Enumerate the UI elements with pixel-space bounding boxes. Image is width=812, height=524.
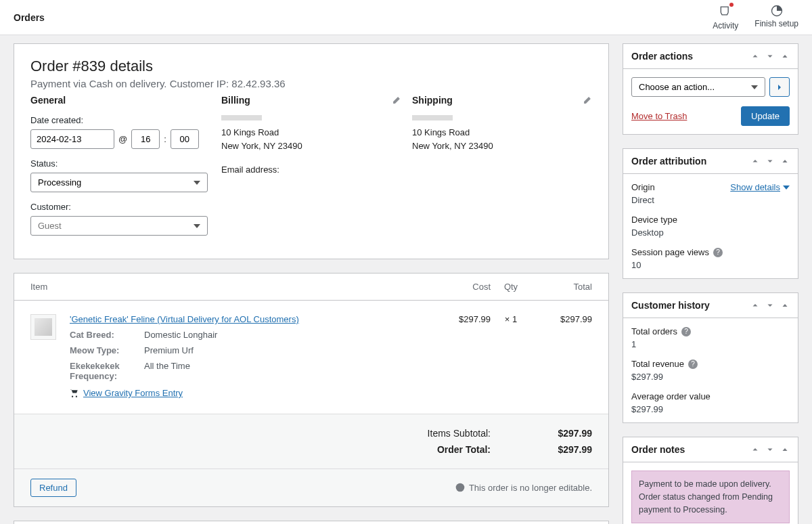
chevron-down-icon[interactable] <box>765 51 775 61</box>
col-cost-header: Cost <box>430 282 491 292</box>
progress-circle-icon <box>770 4 784 18</box>
items-panel: Item Cost Qty Total 'Genetic Freak' Feli… <box>14 273 609 507</box>
total-orders-value: 1 <box>631 339 790 349</box>
col-item-header: Item <box>30 282 430 292</box>
total-orders-label: Total orders <box>631 326 677 336</box>
order-details-panel: Order #839 details Payment via Cash on d… <box>14 43 609 259</box>
line-cost: $297.99 <box>430 314 491 400</box>
order-notes-title: Order notes <box>631 444 685 455</box>
customer-label: Customer: <box>30 202 210 212</box>
shipping-addr-line1: 10 Kings Road <box>412 126 592 139</box>
redacted-name <box>221 115 262 121</box>
shipping-heading: Shipping <box>412 95 453 106</box>
meta-label: Ekekekekek Frequency: <box>70 361 131 381</box>
downloadable-permissions-panel: Downloadable product permissions <box>14 521 609 525</box>
chevron-up-icon[interactable] <box>750 51 760 61</box>
move-to-trash-link[interactable]: Move to Trash <box>631 111 687 121</box>
status-select[interactable]: Processing <box>30 173 208 192</box>
help-icon[interactable]: ? <box>681 327 691 336</box>
chevron-up-icon[interactable] <box>750 156 760 166</box>
page-title: Orders <box>14 12 45 23</box>
meta-value: All the Time <box>144 361 190 381</box>
topbar: Orders Activity Finish setup <box>0 0 812 35</box>
finish-setup-button[interactable]: Finish setup <box>754 4 798 30</box>
general-heading: General <box>30 95 210 106</box>
update-button[interactable]: Update <box>741 106 790 126</box>
total-revenue-value: $297.99 <box>631 372 790 382</box>
aov-label: Average order value <box>631 391 790 401</box>
meta-value: Domestic Longhair <box>144 330 217 340</box>
order-title: Order #839 details <box>30 58 592 75</box>
cart-icon <box>70 389 79 398</box>
meta-label: Cat Breed: <box>70 330 131 340</box>
caret-up-icon[interactable] <box>780 301 790 310</box>
line-item: 'Genetic Freak' Feline (Virtual Delivery… <box>14 301 608 414</box>
chevron-down-icon[interactable] <box>765 156 775 166</box>
chevron-up-icon[interactable] <box>750 445 760 454</box>
col-qty-header: Qty <box>491 282 531 292</box>
totals-section: Items Subtotal: $297.99 Order Total: $29… <box>14 414 608 468</box>
topbar-actions: Activity Finish setup <box>713 4 798 30</box>
apply-action-button[interactable] <box>769 77 790 97</box>
order-action-select[interactable]: Choose an action... <box>631 77 765 97</box>
not-editable-notice: This order is no longer editable. <box>455 483 592 493</box>
help-icon[interactable]: ? <box>713 248 723 257</box>
caret-up-icon[interactable] <box>780 156 790 166</box>
svg-point-1 <box>456 483 465 492</box>
pencil-icon[interactable] <box>392 95 401 105</box>
activity-label: Activity <box>713 21 738 30</box>
caret-down-icon <box>783 184 790 191</box>
shipping-addr-line2: New York, NY 23490 <box>412 139 592 153</box>
gravity-forms-link[interactable]: View Gravity Forms Entry <box>70 388 183 398</box>
product-name-link[interactable]: 'Genetic Freak' Feline (Virtual Delivery… <box>70 314 299 324</box>
billing-heading: Billing <box>221 95 250 106</box>
customer-history-title: Customer history <box>631 300 710 311</box>
help-icon[interactable]: ? <box>688 359 698 369</box>
aov-value: $297.99 <box>631 404 790 414</box>
chevron-down-icon[interactable] <box>765 445 775 454</box>
billing-addr-line1: 10 Kings Road <box>221 126 401 139</box>
chevron-up-icon[interactable] <box>750 301 760 310</box>
minute-input[interactable] <box>171 129 199 149</box>
product-thumbnail[interactable] <box>30 314 56 340</box>
refund-button[interactable]: Refund <box>30 479 76 497</box>
finish-setup-label: Finish setup <box>754 19 798 28</box>
line-total: $297.99 <box>531 314 592 400</box>
origin-label: Origin <box>631 182 655 192</box>
hour-input[interactable] <box>131 129 160 149</box>
items-header: Item Cost Qty Total <box>14 274 608 301</box>
billing-addr-line2: New York, NY 23490 <box>221 139 401 153</box>
chevron-down-icon[interactable] <box>765 301 775 310</box>
customer-history-panel: Customer history Total orders ? 1 <box>623 292 798 423</box>
show-details-link[interactable]: Show details <box>730 182 790 192</box>
chevron-right-icon <box>776 84 783 91</box>
activity-button[interactable]: Activity <box>713 4 738 30</box>
inbox-icon <box>719 4 732 20</box>
order-subtitle: Payment via Cash on delivery. Customer I… <box>30 78 592 89</box>
items-actions: Refund This order is no longer editable. <box>14 468 608 506</box>
origin-value: Direct <box>631 195 655 205</box>
order-total-label: Order Total: <box>437 444 491 455</box>
order-actions-panel: Order actions Choose an action... <box>623 43 798 135</box>
date-created-label: Date created: <box>30 115 210 125</box>
pencil-icon[interactable] <box>583 95 592 105</box>
device-type-label: Device type <box>631 215 790 225</box>
order-note: Payment to be made upon delivery. Order … <box>631 471 790 523</box>
shipping-column: Shipping 10 Kings Road New York, NY 2349… <box>412 95 592 245</box>
device-type-value: Desktop <box>631 227 790 238</box>
caret-up-icon[interactable] <box>780 51 790 61</box>
email-address-label: Email address: <box>221 165 401 175</box>
date-created-input[interactable] <box>30 129 114 149</box>
meta-label: Meow Type: <box>70 345 131 355</box>
order-total-value: $297.99 <box>531 444 592 455</box>
line-qty: × 1 <box>491 314 531 400</box>
caret-up-icon[interactable] <box>780 445 790 454</box>
general-column: General Date created: @ : Status: Proces… <box>30 95 210 245</box>
order-actions-title: Order actions <box>631 51 693 62</box>
customer-select[interactable]: Guest <box>30 216 208 236</box>
notification-dot-icon <box>729 3 734 7</box>
meta-value: Premium Urf <box>144 345 194 355</box>
attribution-title: Order attribution <box>631 156 706 167</box>
page-views-value: 10 <box>631 260 790 270</box>
redacted-name <box>412 115 453 121</box>
